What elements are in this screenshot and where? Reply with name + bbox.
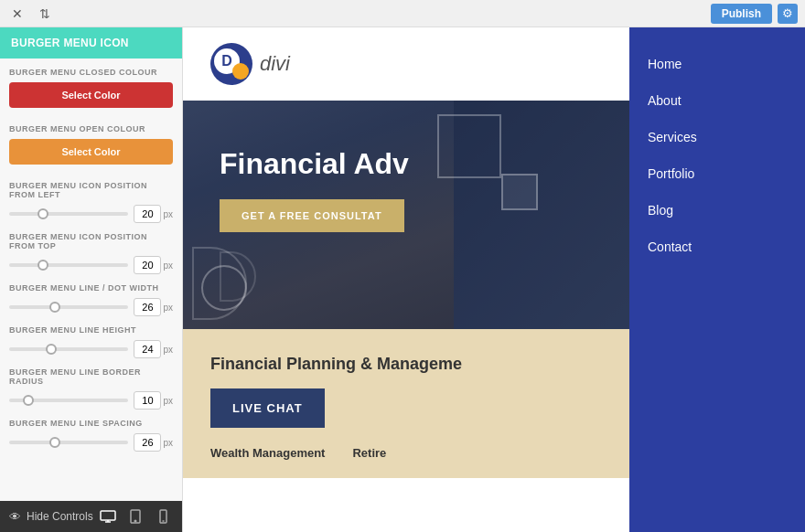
line-spacing-slider-row: px <box>9 433 173 452</box>
line-height-thumb[interactable] <box>46 344 57 355</box>
device-icons <box>98 506 173 527</box>
line-width-track[interactable] <box>9 305 128 309</box>
pos-top-unit: px <box>163 261 173 271</box>
nav-item-contact[interactable]: Contact <box>629 229 805 265</box>
svg-point-4 <box>134 520 136 522</box>
svg-rect-0 <box>101 511 115 520</box>
pos-left-thumb[interactable] <box>38 208 48 219</box>
line-height-label: BURGER MENU LINE HEIGHT <box>9 325 173 335</box>
publish-button[interactable]: Publish <box>711 4 772 24</box>
line-spacing-thumb[interactable] <box>49 437 60 448</box>
line-height-input[interactable] <box>134 340 161 358</box>
pos-top-slider-row: px <box>9 256 173 274</box>
closed-colour-button[interactable]: Select Color <box>9 82 173 108</box>
line-width-input[interactable] <box>134 298 161 316</box>
open-colour-label: BURGER MENU OPEN COLOUR <box>9 124 173 133</box>
settings-icon[interactable]: ⚙ <box>778 4 798 24</box>
nav-item-blog[interactable]: Blog <box>629 192 805 229</box>
logo-d-bg: D <box>214 48 240 74</box>
top-bar: ✕ ⇅ Publish ⚙ <box>0 0 805 27</box>
service-item-wealth: Wealth Management <box>210 446 325 460</box>
eye-icon: 👁 <box>9 510 21 524</box>
site-header: D divi <box>183 27 629 101</box>
border-radius-value-box: px <box>134 391 173 410</box>
mobile-icon[interactable] <box>153 506 173 527</box>
border-radius-slider-row: px <box>9 391 173 410</box>
line-height-value-box: px <box>134 340 173 358</box>
line-spacing-label: BURGER MENU LINE SPACING <box>9 419 173 428</box>
hero-title: Financial Adv <box>220 146 593 181</box>
hero-section: Financial Adv GET A FREE CONSULTAT <box>183 101 629 329</box>
main-layout: Burger Menu Icon BURGER MENU CLOSED COLO… <box>0 27 805 532</box>
pos-top-value-box: px <box>134 256 173 274</box>
line-height-unit: px <box>163 345 173 355</box>
desktop-icon[interactable] <box>98 506 118 527</box>
pos-top-thumb[interactable] <box>38 260 48 271</box>
nav-overlay: Home About Services Portfolio Blog Conta… <box>629 27 805 532</box>
pos-left-input[interactable] <box>134 205 161 223</box>
line-width-slider-row: px <box>9 298 173 316</box>
pos-left-track[interactable] <box>9 212 128 216</box>
content-title: Financial Planning & Manageme <box>210 355 602 374</box>
pos-left-slider-row: px <box>9 205 173 223</box>
sort-icon[interactable]: ⇅ <box>35 4 55 24</box>
border-radius-track[interactable] <box>9 399 128 402</box>
line-width-value-box: px <box>134 298 173 316</box>
line-width-thumb[interactable] <box>49 302 60 313</box>
line-spacing-input[interactable] <box>134 433 161 452</box>
panel-header: Burger Menu Icon <box>0 27 182 59</box>
services-row: Wealth Management Retire <box>210 446 602 460</box>
pos-left-label: BURGER MENU ICON POSITION FROM LEFT <box>9 181 173 199</box>
website-preview: D divi <box>183 27 629 532</box>
open-colour-button[interactable]: Select Color <box>9 139 173 165</box>
border-radius-input[interactable] <box>134 391 161 410</box>
nav-item-home[interactable]: Home <box>629 46 805 82</box>
nav-item-about[interactable]: About <box>629 82 805 119</box>
hero-content: Financial Adv GET A FREE CONSULTAT <box>183 101 629 260</box>
pos-top-input[interactable] <box>134 256 161 274</box>
hide-controls[interactable]: 👁 Hide Controls <box>9 510 93 524</box>
panel-content: BURGER MENU CLOSED COLOUR Select Color B… <box>0 59 182 501</box>
border-radius-thumb[interactable] <box>23 395 34 406</box>
left-panel: Burger Menu Icon BURGER MENU CLOSED COLO… <box>0 27 183 532</box>
pos-left-value-box: px <box>134 205 173 223</box>
line-spacing-value-box: px <box>134 433 173 452</box>
site-logo: D divi <box>210 43 290 85</box>
tablet-icon[interactable] <box>125 506 145 527</box>
border-radius-unit: px <box>163 396 173 406</box>
pos-left-unit: px <box>163 209 173 219</box>
logo-text: divi <box>260 52 290 76</box>
hero-cta-button[interactable]: GET A FREE CONSULTAT <box>220 199 404 232</box>
top-bar-right: Publish ⚙ <box>711 4 798 24</box>
service-item-retire: Retire <box>352 446 386 460</box>
top-bar-left: ✕ ⇅ <box>7 4 55 24</box>
pos-top-label: BURGER MENU ICON POSITION FROM TOP <box>9 232 173 250</box>
live-chat-button[interactable]: LIVE CHAT <box>210 388 325 428</box>
close-icon[interactable]: ✕ <box>7 4 27 24</box>
logo-circle: D <box>210 43 252 85</box>
line-spacing-track[interactable] <box>9 441 128 444</box>
line-width-unit: px <box>163 303 173 313</box>
line-height-track[interactable] <box>9 347 128 351</box>
pos-top-track[interactable] <box>9 263 128 267</box>
bottom-bar: 👁 Hide Controls <box>0 501 182 532</box>
nav-item-portfolio[interactable]: Portfolio <box>629 155 805 192</box>
closed-colour-label: BURGER MENU CLOSED COLOUR <box>9 68 173 77</box>
border-radius-label: BURGER MENU LINE BORDER RADIUS <box>9 367 173 386</box>
line-width-label: BURGER MENU LINE / DOT WIDTH <box>9 283 173 293</box>
content-section: Financial Planning & Manageme LIVE CHAT … <box>183 329 629 478</box>
line-height-slider-row: px <box>9 340 173 358</box>
nav-item-services[interactable]: Services <box>629 119 805 155</box>
preview-area: D divi <box>183 27 805 532</box>
line-spacing-unit: px <box>163 438 173 448</box>
